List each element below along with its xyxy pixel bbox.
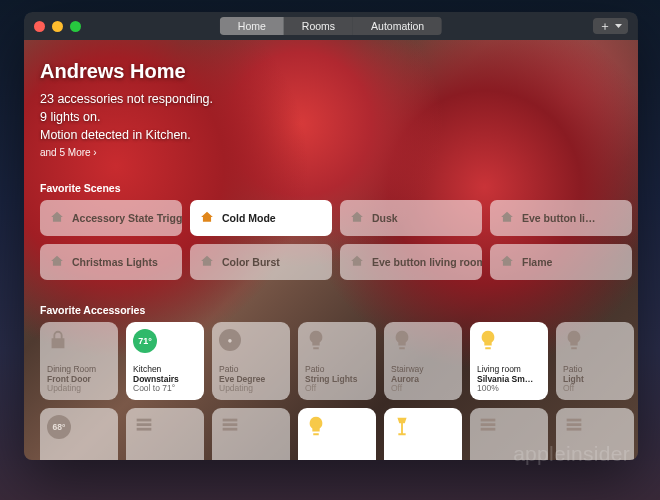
lock-icon [47,329,111,359]
scene-label: Christmas Lights [72,256,158,268]
status-line: 23 accessories not responding. [40,90,638,108]
accessory-tile[interactable]: Default Room [212,408,290,460]
tile-status: Updating [219,384,283,393]
scene-label: Dusk [372,212,398,224]
tab-automation[interactable]: Automation [353,17,442,35]
scene-tile[interactable]: Color Burst [190,244,332,280]
scene-label: Eve button li… [522,212,596,224]
tile-status: Off [391,384,455,393]
scene-tile[interactable]: Accessory State Trigge… [40,200,182,236]
bulb-icon [391,329,455,359]
accessory-tile[interactable]: Living roomSilvania Sm…100% [470,322,548,400]
maximize-button[interactable] [70,21,81,32]
scene-label: Eve button living room li… [372,256,482,268]
accessory-tile[interactable]: 68°Default Room [40,408,118,460]
tile-status: Off [563,384,627,393]
accessory-tile[interactable]: Fish Room [298,408,376,460]
blinds-icon [477,415,541,445]
svg-rect-8 [481,428,496,431]
blinds-icon [219,415,283,445]
tile-room: Stairway [391,365,455,374]
svg-rect-3 [223,419,238,422]
scene-tile[interactable]: Eve button living room li… [340,244,482,280]
tab-group: Home Rooms Automation [220,17,442,35]
accessory-tile[interactable]: ●PatioEve DegreeUpdating [212,322,290,400]
chevron-down-icon [615,24,622,29]
scene-tile[interactable]: Christmas Lights [40,244,182,280]
blinds-icon [133,415,197,445]
accessory-tile[interactable]: Dining Room [384,408,462,460]
svg-rect-5 [223,428,238,431]
thermo-dim-icon: ● [219,329,283,355]
tile-room: Kitchen [133,365,197,374]
tile-status: 100% [477,384,541,393]
content-area: Andrews Home 23 accessories not respondi… [24,40,638,460]
accessory-tile[interactable]: Guest Bed… [470,408,548,460]
add-dropdown[interactable]: ＋ [593,18,628,34]
tab-home[interactable]: Home [220,17,284,35]
accessory-tile[interactable]: StairwayAuroraOff [384,322,462,400]
house-icon [350,254,364,270]
svg-rect-0 [137,419,152,422]
scene-label: Accessory State Trigge… [72,212,182,224]
scene-row: Christmas LightsColor BurstEve button li… [40,244,638,280]
minimize-button[interactable] [52,21,63,32]
status-line: Motion detected in Kitchen. [40,126,638,144]
thermo-icon: 71° [133,329,197,357]
bulb-icon [305,415,369,445]
svg-rect-6 [481,419,496,422]
status-line: 9 lights on. [40,108,638,126]
status-summary: 23 accessories not responding. 9 lights … [40,90,638,144]
scene-tile[interactable]: Flame [490,244,632,280]
lamp-icon [391,415,455,445]
tab-rooms[interactable]: Rooms [284,17,353,35]
scene-label: Flame [522,256,552,268]
svg-rect-9 [567,419,582,422]
house-icon [200,210,214,226]
svg-rect-1 [137,424,152,427]
section-label-scenes: Favorite Scenes [40,182,638,194]
scene-label: Color Burst [222,256,280,268]
house-icon [200,254,214,270]
tile-room: Patio [219,365,283,374]
bulb-icon [563,329,627,359]
house-icon [350,210,364,226]
svg-rect-11 [567,428,582,431]
tile-status: Updating [47,384,111,393]
scene-label: Cold Mode [222,212,276,224]
svg-rect-10 [567,424,582,427]
accessory-tile[interactable]: Guest Bed… [556,408,634,460]
titlebar: Home Rooms Automation ＋ [24,12,638,40]
home-title: Andrews Home [40,60,638,83]
tile-status: Cool to 71° [133,384,197,393]
more-status-link[interactable]: and 5 More › [40,147,638,158]
tile-status: Off [305,384,369,393]
svg-rect-4 [223,424,238,427]
traffic-lights [24,21,81,32]
accessory-row: 68°Default RoomDefault RoomDefault RoomF… [40,408,638,460]
close-button[interactable] [34,21,45,32]
accessory-tile[interactable]: PatioString LightsOff [298,322,376,400]
thermo-dim-icon: 68° [47,415,111,443]
accessory-tile[interactable]: 71°KitchenDownstairsCool to 71° [126,322,204,400]
scene-tile[interactable]: Eve button li… [490,200,632,236]
bulb-icon [477,329,541,359]
house-icon [500,254,514,270]
house-icon [50,254,64,270]
house-icon [500,210,514,226]
tile-room: Patio [305,365,369,374]
house-icon [50,210,64,226]
tile-room: Dining Room [47,365,111,374]
scene-row: Accessory State Trigge…Cold ModeDuskEve … [40,200,638,236]
scene-tile[interactable]: Dusk [340,200,482,236]
accessory-tile[interactable]: Default Room [126,408,204,460]
accessory-tile[interactable]: PatioLightOff [556,322,634,400]
app-window: Home Rooms Automation ＋ Andrews Home 23 … [24,12,638,460]
blinds-icon [563,415,627,445]
tile-room: Patio [563,365,627,374]
scene-tile[interactable]: Cold Mode [190,200,332,236]
accessory-tile[interactable]: Dining RoomFront DoorUpdating [40,322,118,400]
svg-rect-2 [137,428,152,431]
accessory-row: Dining RoomFront DoorUpdating71°KitchenD… [40,322,638,400]
tile-room: Living room [477,365,541,374]
